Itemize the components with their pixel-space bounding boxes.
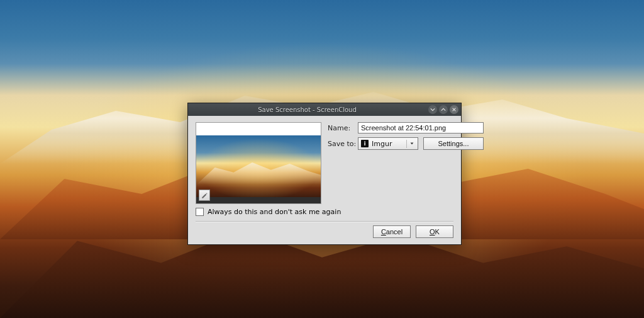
maximize-button[interactable] <box>439 105 448 114</box>
settings-button[interactable]: Settings... <box>423 137 484 150</box>
save-screenshot-dialog: Save Screenshot - ScreenCloud <box>187 103 462 245</box>
dropdown-caret <box>406 140 416 148</box>
close-button[interactable] <box>450 105 458 114</box>
titlebar[interactable]: Save Screenshot - ScreenCloud <box>188 103 461 116</box>
preview-header-strip <box>196 123 321 135</box>
preview-taskbar <box>196 197 321 203</box>
imgur-icon: i <box>361 140 369 147</box>
close-icon <box>452 107 457 112</box>
caret-down-icon <box>409 141 414 146</box>
minimize-button[interactable] <box>428 105 437 114</box>
cancel-rest: ancel <box>386 228 402 236</box>
name-label: Name: <box>328 124 358 132</box>
edit-screenshot-button[interactable] <box>199 190 210 201</box>
window-title: Save Screenshot - ScreenCloud <box>188 106 426 113</box>
ok-rest: K <box>435 228 440 236</box>
chevron-up-icon <box>441 107 446 112</box>
dialog-footer: Cancel OK <box>196 225 453 238</box>
ok-button[interactable]: OK <box>416 225 453 238</box>
always-do-this-checkbox[interactable] <box>196 208 204 216</box>
cancel-mnemonic: C <box>381 228 386 236</box>
chevron-down-icon <box>430 107 435 112</box>
saveto-combobox[interactable]: i Imgur <box>358 137 418 150</box>
pencil-icon <box>201 192 208 199</box>
saveto-label: Save to: <box>328 140 358 148</box>
dialog-body: Name: Save to: i Imgur Se <box>188 116 461 244</box>
name-input[interactable] <box>358 122 484 133</box>
divider <box>196 221 453 222</box>
always-do-this-label: Always do this and don't ask me again <box>208 208 341 216</box>
desktop-wallpaper: Save Screenshot - ScreenCloud <box>0 0 644 318</box>
saveto-selected-value: Imgur <box>372 140 406 148</box>
screenshot-preview <box>196 122 321 204</box>
ok-mnemonic: O <box>430 228 435 236</box>
preview-image <box>196 135 321 197</box>
form-area: Name: Save to: i Imgur Se <box>328 122 484 204</box>
cancel-button[interactable]: Cancel <box>373 225 411 238</box>
settings-button-label: Settings... <box>438 140 469 147</box>
